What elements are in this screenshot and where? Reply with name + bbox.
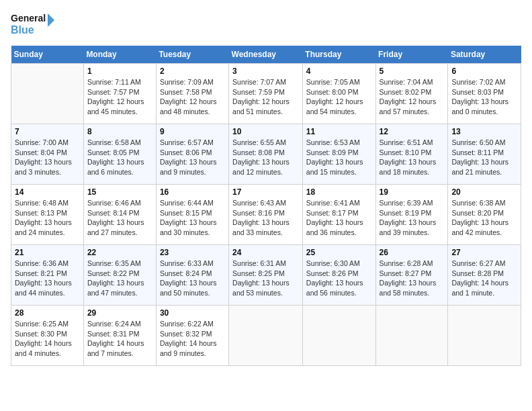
day-info: Sunrise: 6:57 AMSunset: 8:06 PMDaylight:… xyxy=(160,138,225,177)
calendar-day-cell: 15Sunrise: 6:46 AMSunset: 8:14 PMDayligh… xyxy=(83,185,156,245)
day-info: Sunrise: 6:41 AMSunset: 8:17 PMDaylight:… xyxy=(306,198,372,238)
day-info: Sunrise: 6:38 AMSunset: 8:20 PMDaylight:… xyxy=(451,198,517,238)
day-number: 5 xyxy=(380,66,445,76)
day-number: 9 xyxy=(160,127,225,136)
day-number: 29 xyxy=(87,308,152,318)
weekday-header-monday: Monday xyxy=(83,46,156,64)
day-info: Sunrise: 6:51 AMSunset: 8:10 PMDaylight:… xyxy=(380,138,445,177)
day-number: 18 xyxy=(306,187,372,197)
calendar-day-cell: 14Sunrise: 6:48 AMSunset: 8:13 PMDayligh… xyxy=(11,185,84,245)
calendar-day-cell: 13Sunrise: 6:50 AMSunset: 8:11 PMDayligh… xyxy=(448,124,521,185)
day-info: Sunrise: 6:22 AMSunset: 8:32 PMDaylight:… xyxy=(160,319,225,359)
calendar-day-cell: 11Sunrise: 6:53 AMSunset: 8:09 PMDayligh… xyxy=(302,124,375,185)
day-info: Sunrise: 6:53 AMSunset: 8:09 PMDaylight:… xyxy=(306,138,372,177)
weekday-header-row: SundayMondayTuesdayWednesdayThursdayFrid… xyxy=(11,46,521,64)
day-number: 26 xyxy=(380,248,445,257)
weekday-header-thursday: Thursday xyxy=(302,46,375,64)
calendar-table: SundayMondayTuesdayWednesdayThursdayFrid… xyxy=(11,46,521,366)
day-number: 11 xyxy=(306,127,372,136)
day-info: Sunrise: 6:46 AMSunset: 8:14 PMDaylight:… xyxy=(87,198,152,238)
day-info: Sunrise: 6:43 AMSunset: 8:16 PMDaylight:… xyxy=(232,198,299,238)
calendar-day-cell: 26Sunrise: 6:28 AMSunset: 8:27 PMDayligh… xyxy=(375,245,448,306)
day-number: 28 xyxy=(15,308,80,318)
calendar-day-cell: 7Sunrise: 7:00 AMSunset: 8:04 PMDaylight… xyxy=(11,124,84,185)
day-number: 17 xyxy=(232,187,299,197)
calendar-day-cell: 30Sunrise: 6:22 AMSunset: 8:32 PMDayligh… xyxy=(156,306,228,366)
day-info: Sunrise: 7:02 AMSunset: 8:03 PMDaylight:… xyxy=(451,77,517,117)
day-info: Sunrise: 6:31 AMSunset: 8:25 PMDaylight:… xyxy=(232,259,299,298)
day-info: Sunrise: 6:33 AMSunset: 8:24 PMDaylight:… xyxy=(160,259,225,298)
day-info: Sunrise: 6:28 AMSunset: 8:27 PMDaylight:… xyxy=(380,259,445,298)
calendar-day-cell: 2Sunrise: 7:09 AMSunset: 7:58 PMDaylight… xyxy=(156,64,228,124)
calendar-week-row: 14Sunrise: 6:48 AMSunset: 8:13 PMDayligh… xyxy=(11,185,521,245)
day-info: Sunrise: 7:07 AMSunset: 7:59 PMDaylight:… xyxy=(232,77,299,117)
calendar-day-cell xyxy=(11,64,84,124)
logo: GeneralBlue xyxy=(11,11,58,38)
day-number: 13 xyxy=(451,127,517,136)
calendar-day-cell: 27Sunrise: 6:27 AMSunset: 8:28 PMDayligh… xyxy=(448,245,521,306)
weekday-header-friday: Friday xyxy=(375,46,448,64)
calendar-week-row: 28Sunrise: 6:25 AMSunset: 8:30 PMDayligh… xyxy=(11,306,521,366)
day-info: Sunrise: 6:24 AMSunset: 8:31 PMDaylight:… xyxy=(87,319,152,359)
calendar-day-cell: 1Sunrise: 7:11 AMSunset: 7:57 PMDaylight… xyxy=(83,64,156,124)
day-info: Sunrise: 7:04 AMSunset: 8:02 PMDaylight:… xyxy=(380,77,445,117)
logo-svg: GeneralBlue xyxy=(11,11,58,38)
calendar-day-cell: 16Sunrise: 6:44 AMSunset: 8:15 PMDayligh… xyxy=(156,185,228,245)
calendar-day-cell: 8Sunrise: 6:58 AMSunset: 8:05 PMDaylight… xyxy=(83,124,156,185)
day-info: Sunrise: 7:09 AMSunset: 7:58 PMDaylight:… xyxy=(160,77,225,117)
day-info: Sunrise: 7:05 AMSunset: 8:00 PMDaylight:… xyxy=(306,77,372,117)
weekday-header-wednesday: Wednesday xyxy=(229,46,303,64)
day-info: Sunrise: 6:25 AMSunset: 8:30 PMDaylight:… xyxy=(15,319,80,359)
calendar-day-cell xyxy=(448,306,521,366)
day-number: 7 xyxy=(15,127,80,136)
day-number: 25 xyxy=(306,248,372,257)
calendar-day-cell xyxy=(375,306,448,366)
weekday-header-tuesday: Tuesday xyxy=(156,46,228,64)
calendar-day-cell: 29Sunrise: 6:24 AMSunset: 8:31 PMDayligh… xyxy=(83,306,156,366)
calendar-day-cell: 20Sunrise: 6:38 AMSunset: 8:20 PMDayligh… xyxy=(448,185,521,245)
calendar-day-cell: 22Sunrise: 6:35 AMSunset: 8:22 PMDayligh… xyxy=(83,245,156,306)
day-info: Sunrise: 6:55 AMSunset: 8:08 PMDaylight:… xyxy=(232,138,299,177)
calendar-day-cell: 17Sunrise: 6:43 AMSunset: 8:16 PMDayligh… xyxy=(229,185,303,245)
calendar-day-cell: 10Sunrise: 6:55 AMSunset: 8:08 PMDayligh… xyxy=(229,124,303,185)
svg-marker-2 xyxy=(48,13,54,27)
day-number: 12 xyxy=(380,127,445,136)
calendar-week-row: 21Sunrise: 6:36 AMSunset: 8:21 PMDayligh… xyxy=(11,245,521,306)
calendar-week-row: 1Sunrise: 7:11 AMSunset: 7:57 PMDaylight… xyxy=(11,64,521,124)
day-info: Sunrise: 7:11 AMSunset: 7:57 PMDaylight:… xyxy=(87,77,152,117)
day-number: 15 xyxy=(87,187,152,197)
weekday-header-sunday: Sunday xyxy=(11,46,84,64)
calendar-day-cell xyxy=(302,306,375,366)
calendar-day-cell: 3Sunrise: 7:07 AMSunset: 7:59 PMDaylight… xyxy=(229,64,303,124)
svg-text:Blue: Blue xyxy=(11,24,34,36)
calendar-day-cell: 24Sunrise: 6:31 AMSunset: 8:25 PMDayligh… xyxy=(229,245,303,306)
calendar-day-cell: 9Sunrise: 6:57 AMSunset: 8:06 PMDaylight… xyxy=(156,124,228,185)
calendar-day-cell xyxy=(229,306,303,366)
svg-text:General: General xyxy=(11,13,46,24)
day-info: Sunrise: 6:44 AMSunset: 8:15 PMDaylight:… xyxy=(160,198,225,238)
day-number: 6 xyxy=(451,66,517,76)
calendar-day-cell: 28Sunrise: 6:25 AMSunset: 8:30 PMDayligh… xyxy=(11,306,84,366)
day-number: 4 xyxy=(306,66,372,76)
day-number: 8 xyxy=(87,127,152,136)
calendar-day-cell: 12Sunrise: 6:51 AMSunset: 8:10 PMDayligh… xyxy=(375,124,448,185)
day-number: 20 xyxy=(451,187,517,197)
day-number: 23 xyxy=(160,248,225,257)
day-info: Sunrise: 6:50 AMSunset: 8:11 PMDaylight:… xyxy=(451,138,517,177)
weekday-header-saturday: Saturday xyxy=(448,46,521,64)
calendar-day-cell: 25Sunrise: 6:30 AMSunset: 8:26 PMDayligh… xyxy=(302,245,375,306)
day-info: Sunrise: 6:39 AMSunset: 8:19 PMDaylight:… xyxy=(380,198,445,238)
day-number: 2 xyxy=(160,66,225,76)
calendar-day-cell: 6Sunrise: 7:02 AMSunset: 8:03 PMDaylight… xyxy=(448,64,521,124)
day-number: 14 xyxy=(15,187,80,197)
page-header: GeneralBlue xyxy=(11,11,521,38)
day-number: 30 xyxy=(160,308,225,318)
day-number: 10 xyxy=(232,127,299,136)
day-info: Sunrise: 6:35 AMSunset: 8:22 PMDaylight:… xyxy=(87,259,152,298)
calendar-day-cell: 18Sunrise: 6:41 AMSunset: 8:17 PMDayligh… xyxy=(302,185,375,245)
day-number: 19 xyxy=(380,187,445,197)
day-info: Sunrise: 6:30 AMSunset: 8:26 PMDaylight:… xyxy=(306,259,372,298)
day-number: 27 xyxy=(451,248,517,257)
day-number: 24 xyxy=(232,248,299,257)
day-info: Sunrise: 6:48 AMSunset: 8:13 PMDaylight:… xyxy=(15,198,80,238)
